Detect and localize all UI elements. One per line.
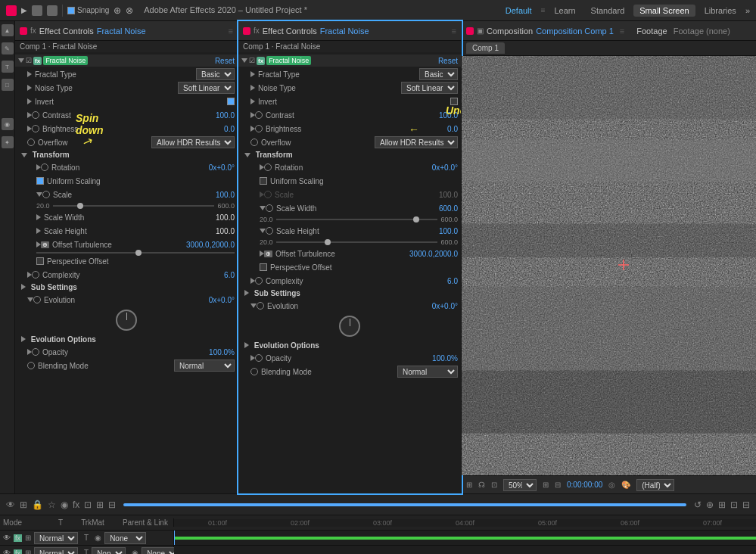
tl-icon14[interactable]: ⊟ [742, 500, 750, 510]
panel1-eo-header[interactable]: Evolution Options [15, 334, 238, 345]
tab-default[interactable]: Default [499, 5, 538, 17]
panel1-ss-toggle[interactable] [21, 284, 26, 290]
panel1-ev-dial[interactable] [33, 296, 41, 303]
panel1-ev-dial-widget[interactable] [116, 310, 137, 331]
panel2-sh-thumb[interactable] [325, 239, 331, 245]
panel1-sc-toggle[interactable] [36, 192, 42, 197]
panel1-r-dial[interactable] [41, 163, 48, 171]
panel2-sh-value[interactable]: 100.0 [439, 227, 458, 235]
panel2-sw-dial[interactable] [266, 204, 273, 212]
panel2-b-value[interactable]: 0.0 [447, 125, 458, 133]
tl-row1-playhead[interactable] [174, 531, 175, 545]
panel1-sc-thumb[interactable] [77, 203, 83, 209]
panel2-po-check[interactable] [260, 263, 267, 271]
panel1-eo-toggle[interactable] [21, 336, 26, 342]
tl-row2-eye[interactable]: 👁 [3, 549, 11, 554]
panel2-sh-track[interactable] [276, 241, 438, 243]
comp-close[interactable] [466, 27, 474, 35]
comp-menu[interactable]: ≡ [620, 26, 624, 36]
panel2-eo-toggle[interactable] [244, 342, 249, 348]
panel2-eo-header[interactable]: Evolution Options [238, 340, 461, 351]
panel1-ov-select[interactable]: Allow HDR Results [151, 136, 235, 148]
tl-icon1[interactable]: 👁 [6, 500, 15, 510]
panel1-b-value[interactable]: 0.0 [224, 125, 235, 133]
panel1-invert-check[interactable] [227, 98, 235, 105]
panel2-ot-value[interactable]: 3000.0,2000.0 [409, 250, 458, 258]
tl-icon3[interactable]: 🔒 [32, 500, 43, 510]
panel2-sw-value[interactable]: 600.0 [439, 204, 458, 213]
tool-text[interactable]: T [2, 61, 14, 73]
panel2-reset[interactable]: Reset [438, 57, 458, 65]
panel1-ft-select[interactable]: Basic [196, 68, 235, 80]
panel2-cx-value[interactable]: 6.0 [447, 277, 458, 285]
panel2-ov-dial[interactable] [250, 138, 258, 146]
panel2-ov-select[interactable]: Allow HDR Results [375, 136, 458, 148]
tool-shape[interactable]: □ [2, 79, 14, 91]
panel2-fx-toggle[interactable] [241, 58, 247, 63]
panel1-fx-check[interactable]: ☑ [26, 57, 32, 64]
panel1-c-dial[interactable] [32, 111, 39, 119]
panel1-t-toggle[interactable] [21, 153, 27, 157]
panel2-bm-select[interactable]: Normal [397, 366, 458, 378]
tl-icon7[interactable]: ⊡ [84, 500, 92, 510]
panel1-close[interactable] [20, 27, 27, 35]
more-icon[interactable]: » [745, 6, 750, 15]
snapping-checkbox[interactable] [67, 7, 75, 14]
panel1-ov-dial[interactable] [27, 138, 35, 146]
panel1-ev-value[interactable]: 0x+0.0° [209, 296, 235, 304]
panel1-r-value[interactable]: 0x+0.0° [209, 163, 235, 172]
panel2-us-check[interactable] [260, 177, 267, 185]
tl-icon4[interactable]: ☆ [48, 500, 56, 510]
tl-icon11[interactable]: ⊕ [706, 500, 714, 510]
panel1-op-value[interactable]: 100.0% [209, 348, 235, 356]
panel1-ot-track[interactable] [36, 252, 235, 254]
panel1-menu[interactable]: ≡ [229, 26, 233, 36]
tl-row1-eye[interactable]: 👁 [3, 534, 11, 542]
panel1-sc-track[interactable] [53, 205, 215, 207]
panel2-menu[interactable]: ≡ [452, 26, 456, 36]
panel1-reset[interactable]: Reset [215, 57, 235, 65]
panel2-ss-header[interactable]: Sub Settings [238, 288, 461, 299]
tl-icon9[interactable]: ⊟ [108, 500, 116, 510]
tl-row1-parent[interactable]: None [104, 532, 146, 544]
tool-pen[interactable]: ✎ [2, 42, 14, 54]
panel1-cx-value[interactable]: 6.0 [224, 271, 235, 279]
tl-icon5[interactable]: ◉ [61, 500, 68, 510]
panel2-sh-toggle[interactable] [260, 229, 266, 233]
panel2-b-dial[interactable] [255, 125, 263, 132]
panel1-po-check[interactable] [36, 257, 44, 265]
panel2-ev-toggle[interactable] [250, 303, 257, 308]
panel2-sw-thumb[interactable] [413, 216, 419, 223]
tl-icon12[interactable]: ⊞ [718, 500, 726, 510]
panel1-bm-select[interactable]: Normal [174, 359, 235, 372]
close-btn[interactable] [6, 5, 17, 16]
tl-row1-mode[interactable]: Normal [34, 532, 78, 544]
panel1-ev-toggle[interactable] [27, 297, 33, 302]
tool-light[interactable]: ✦ [2, 136, 14, 148]
panel1-sc-dial[interactable] [42, 191, 50, 198]
panel2-cx-dial[interactable] [255, 277, 263, 285]
panel2-ev-value[interactable]: 0x+0.0° [432, 302, 458, 310]
panel2-sw-toggle[interactable] [260, 206, 266, 210]
panel2-ss-toggle[interactable] [244, 290, 249, 296]
panel2-t-header[interactable]: Transform [238, 149, 461, 160]
tab-small-screen[interactable]: Small Screen [633, 5, 695, 17]
tl-row2-mode[interactable]: Normal [34, 547, 78, 555]
tl-icon13[interactable]: ⊡ [730, 500, 738, 510]
panel2-invert-check[interactable] [450, 98, 458, 105]
panel2-r-dial[interactable] [264, 163, 272, 171]
panel1-bm-dial[interactable] [27, 362, 35, 369]
tool-select[interactable]: ▲ [2, 24, 14, 36]
panel2-nt-select[interactable]: Soft Linear [401, 82, 458, 94]
panel1-ot-value[interactable]: 3000.0,2000.0 [186, 241, 235, 249]
comp-view[interactable] [462, 56, 756, 475]
panel2-c-dial[interactable] [255, 111, 263, 119]
panel1-b-dial[interactable] [32, 125, 39, 132]
tab-learn[interactable]: Learn [548, 5, 581, 17]
tool-camera[interactable]: ◉ [2, 118, 14, 130]
tab-standard[interactable]: Standard [585, 5, 631, 17]
tl-icon8[interactable]: ⊞ [96, 500, 104, 510]
panel1-ot-thumb[interactable] [135, 250, 142, 256]
panel1-us-check[interactable] [36, 177, 44, 185]
tl-icon2[interactable]: ⊞ [20, 500, 27, 510]
